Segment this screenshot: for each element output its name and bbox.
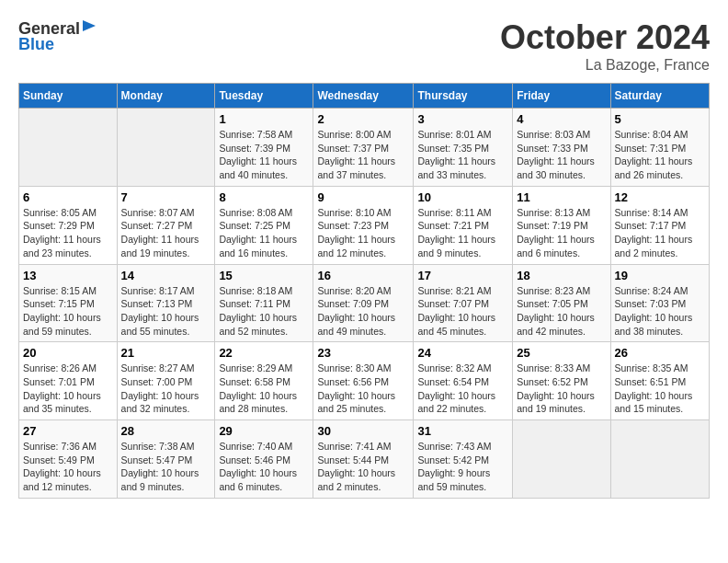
day-info: Sunrise: 8:20 AM Sunset: 7:09 PM Dayligh… bbox=[317, 284, 409, 339]
day-number: 18 bbox=[517, 269, 606, 282]
calendar-table: SundayMondayTuesdayWednesdayThursdayFrid… bbox=[18, 83, 710, 499]
logo: General Blue bbox=[18, 18, 97, 54]
day-info: Sunrise: 7:36 AM Sunset: 5:49 PM Dayligh… bbox=[23, 440, 113, 494]
day-info: Sunrise: 8:00 AM Sunset: 7:37 PM Dayligh… bbox=[317, 128, 409, 182]
day-info: Sunrise: 8:33 AM Sunset: 6:52 PM Dayligh… bbox=[517, 362, 606, 416]
calendar-cell: 7Sunrise: 8:07 AM Sunset: 7:27 PM Daylig… bbox=[117, 186, 215, 264]
calendar-header-sunday: Sunday bbox=[19, 84, 118, 109]
calendar-header-tuesday: Tuesday bbox=[215, 84, 313, 109]
day-info: Sunrise: 7:43 AM Sunset: 5:42 PM Dayligh… bbox=[417, 440, 508, 494]
day-info: Sunrise: 8:32 AM Sunset: 6:54 PM Dayligh… bbox=[417, 362, 508, 416]
calendar-header-row: SundayMondayTuesdayWednesdayThursdayFrid… bbox=[19, 84, 710, 109]
calendar-body: 1Sunrise: 7:58 AM Sunset: 7:39 PM Daylig… bbox=[19, 109, 710, 499]
day-info: Sunrise: 7:40 AM Sunset: 5:46 PM Dayligh… bbox=[219, 440, 309, 494]
calendar-cell: 11Sunrise: 8:13 AM Sunset: 7:19 PM Dayli… bbox=[513, 186, 610, 264]
calendar-cell: 25Sunrise: 8:33 AM Sunset: 6:52 PM Dayli… bbox=[513, 342, 610, 420]
calendar-cell: 22Sunrise: 8:29 AM Sunset: 6:58 PM Dayli… bbox=[215, 342, 313, 420]
day-info: Sunrise: 8:21 AM Sunset: 7:07 PM Dayligh… bbox=[417, 284, 508, 339]
day-number: 15 bbox=[219, 269, 309, 282]
day-info: Sunrise: 8:15 AM Sunset: 7:15 PM Dayligh… bbox=[23, 284, 113, 339]
day-info: Sunrise: 8:14 AM Sunset: 7:17 PM Dayligh… bbox=[615, 206, 705, 260]
calendar-week-4: 20Sunrise: 8:26 AM Sunset: 7:01 PM Dayli… bbox=[19, 342, 710, 420]
day-number: 4 bbox=[517, 112, 606, 126]
month-title: October 2024 bbox=[500, 18, 710, 57]
day-info: Sunrise: 8:17 AM Sunset: 7:13 PM Dayligh… bbox=[121, 284, 211, 339]
calendar-cell bbox=[117, 109, 215, 187]
calendar-cell: 13Sunrise: 8:15 AM Sunset: 7:15 PM Dayli… bbox=[19, 264, 118, 342]
day-number: 5 bbox=[615, 112, 705, 126]
calendar-week-2: 6Sunrise: 8:05 AM Sunset: 7:29 PM Daylig… bbox=[19, 186, 710, 264]
title-area: October 2024 La Bazoge, France bbox=[500, 18, 710, 74]
day-number: 21 bbox=[121, 346, 211, 360]
day-number: 11 bbox=[517, 190, 606, 204]
calendar-cell: 21Sunrise: 8:27 AM Sunset: 7:00 PM Dayli… bbox=[117, 342, 215, 420]
day-info: Sunrise: 8:08 AM Sunset: 7:25 PM Dayligh… bbox=[219, 206, 309, 260]
calendar-cell: 26Sunrise: 8:35 AM Sunset: 6:51 PM Dayli… bbox=[610, 342, 709, 420]
day-number: 28 bbox=[121, 424, 211, 438]
location-text: La Bazoge, France bbox=[500, 57, 710, 74]
day-number: 26 bbox=[615, 346, 705, 360]
day-number: 9 bbox=[317, 190, 409, 204]
day-info: Sunrise: 8:29 AM Sunset: 6:58 PM Dayligh… bbox=[219, 362, 309, 416]
calendar-header-thursday: Thursday bbox=[414, 84, 513, 109]
day-info: Sunrise: 8:30 AM Sunset: 6:56 PM Dayligh… bbox=[317, 362, 409, 416]
day-info: Sunrise: 8:07 AM Sunset: 7:27 PM Dayligh… bbox=[121, 206, 211, 260]
day-number: 8 bbox=[219, 190, 309, 204]
day-number: 13 bbox=[23, 269, 113, 282]
day-info: Sunrise: 8:05 AM Sunset: 7:29 PM Dayligh… bbox=[23, 206, 113, 260]
calendar-cell: 14Sunrise: 8:17 AM Sunset: 7:13 PM Dayli… bbox=[117, 264, 215, 342]
day-number: 22 bbox=[219, 346, 309, 360]
calendar-cell bbox=[513, 420, 610, 499]
day-number: 6 bbox=[23, 190, 113, 204]
calendar-cell: 12Sunrise: 8:14 AM Sunset: 7:17 PM Dayli… bbox=[610, 186, 709, 264]
calendar-cell: 5Sunrise: 8:04 AM Sunset: 7:31 PM Daylig… bbox=[610, 109, 709, 187]
calendar-cell: 29Sunrise: 7:40 AM Sunset: 5:46 PM Dayli… bbox=[215, 420, 313, 499]
logo-flag-icon bbox=[81, 18, 97, 39]
day-info: Sunrise: 8:01 AM Sunset: 7:35 PM Dayligh… bbox=[417, 128, 508, 182]
calendar-cell: 27Sunrise: 7:36 AM Sunset: 5:49 PM Dayli… bbox=[19, 420, 118, 499]
day-number: 24 bbox=[417, 346, 508, 360]
calendar-week-1: 1Sunrise: 7:58 AM Sunset: 7:39 PM Daylig… bbox=[19, 109, 710, 187]
day-number: 20 bbox=[23, 346, 113, 360]
calendar-cell: 24Sunrise: 8:32 AM Sunset: 6:54 PM Dayli… bbox=[414, 342, 513, 420]
day-number: 27 bbox=[23, 424, 113, 438]
day-info: Sunrise: 8:18 AM Sunset: 7:11 PM Dayligh… bbox=[219, 284, 309, 339]
day-number: 2 bbox=[317, 112, 409, 126]
day-info: Sunrise: 8:26 AM Sunset: 7:01 PM Dayligh… bbox=[23, 362, 113, 416]
day-info: Sunrise: 8:13 AM Sunset: 7:19 PM Dayligh… bbox=[517, 206, 606, 260]
day-info: Sunrise: 8:24 AM Sunset: 7:03 PM Dayligh… bbox=[615, 284, 705, 339]
day-info: Sunrise: 8:23 AM Sunset: 7:05 PM Dayligh… bbox=[517, 284, 606, 339]
day-number: 30 bbox=[317, 424, 409, 438]
day-number: 16 bbox=[317, 269, 409, 282]
calendar-week-3: 13Sunrise: 8:15 AM Sunset: 7:15 PM Dayli… bbox=[19, 264, 710, 342]
calendar-cell: 9Sunrise: 8:10 AM Sunset: 7:23 PM Daylig… bbox=[313, 186, 414, 264]
day-info: Sunrise: 7:41 AM Sunset: 5:44 PM Dayligh… bbox=[317, 440, 409, 494]
calendar-header-wednesday: Wednesday bbox=[313, 84, 414, 109]
calendar-cell: 28Sunrise: 7:38 AM Sunset: 5:47 PM Dayli… bbox=[117, 420, 215, 499]
day-number: 25 bbox=[517, 346, 606, 360]
calendar-cell: 4Sunrise: 8:03 AM Sunset: 7:33 PM Daylig… bbox=[513, 109, 610, 187]
calendar-header-saturday: Saturday bbox=[610, 84, 709, 109]
day-info: Sunrise: 8:35 AM Sunset: 6:51 PM Dayligh… bbox=[615, 362, 705, 416]
calendar-cell: 1Sunrise: 7:58 AM Sunset: 7:39 PM Daylig… bbox=[215, 109, 313, 187]
calendar-cell: 2Sunrise: 8:00 AM Sunset: 7:37 PM Daylig… bbox=[313, 109, 414, 187]
day-info: Sunrise: 8:10 AM Sunset: 7:23 PM Dayligh… bbox=[317, 206, 409, 260]
calendar-cell: 15Sunrise: 8:18 AM Sunset: 7:11 PM Dayli… bbox=[215, 264, 313, 342]
calendar-cell: 3Sunrise: 8:01 AM Sunset: 7:35 PM Daylig… bbox=[414, 109, 513, 187]
day-info: Sunrise: 7:38 AM Sunset: 5:47 PM Dayligh… bbox=[121, 440, 211, 494]
calendar-cell: 17Sunrise: 8:21 AM Sunset: 7:07 PM Dayli… bbox=[414, 264, 513, 342]
calendar-cell: 30Sunrise: 7:41 AM Sunset: 5:44 PM Dayli… bbox=[313, 420, 414, 499]
day-number: 29 bbox=[219, 424, 309, 438]
calendar-cell: 19Sunrise: 8:24 AM Sunset: 7:03 PM Dayli… bbox=[610, 264, 709, 342]
calendar-cell: 31Sunrise: 7:43 AM Sunset: 5:42 PM Dayli… bbox=[414, 420, 513, 499]
day-number: 14 bbox=[121, 269, 211, 282]
page-header: General Blue October 2024 La Bazoge, Fra… bbox=[18, 18, 710, 74]
day-info: Sunrise: 8:03 AM Sunset: 7:33 PM Dayligh… bbox=[517, 128, 606, 182]
calendar-cell: 10Sunrise: 8:11 AM Sunset: 7:21 PM Dayli… bbox=[414, 186, 513, 264]
day-info: Sunrise: 8:11 AM Sunset: 7:21 PM Dayligh… bbox=[417, 206, 508, 260]
day-number: 17 bbox=[417, 269, 508, 282]
day-number: 19 bbox=[615, 269, 705, 282]
day-number: 3 bbox=[417, 112, 508, 126]
calendar-cell: 6Sunrise: 8:05 AM Sunset: 7:29 PM Daylig… bbox=[19, 186, 118, 264]
calendar-header-friday: Friday bbox=[513, 84, 610, 109]
